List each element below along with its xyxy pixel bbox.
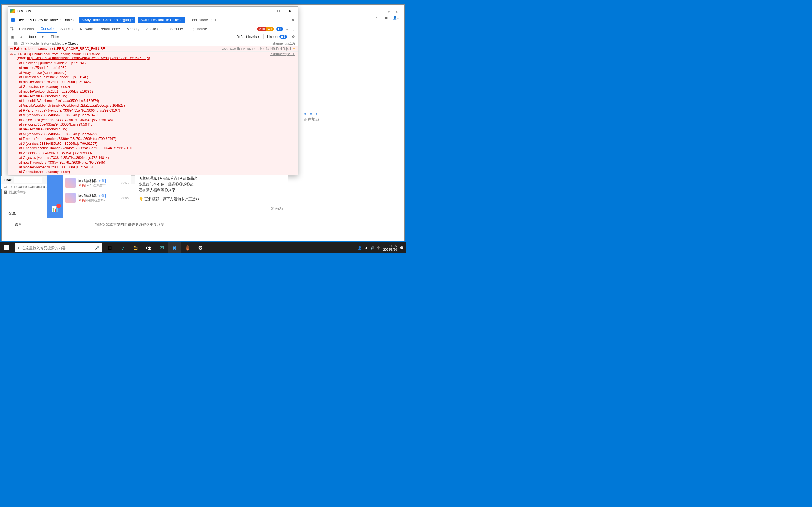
notice-text: DevTools is now available in Chinese!: [17, 18, 77, 22]
stats-icon[interactable]: 📊 6: [52, 205, 59, 212]
error-icon: [10, 47, 14, 51]
error-count-badge[interactable]: 10: [257, 27, 267, 31]
chat-content: ★超级满减 |★超级单品 |★超级品类 多重好礼享不停，叠券⑥⑨减⑧起 还有新人…: [135, 175, 288, 202]
app-icon-2[interactable]: 🏺: [181, 242, 194, 253]
chat-item[interactable]: test5福利群外部 [草稿]小程序全部05-… 09:55: [63, 190, 131, 205]
tray-up-icon[interactable]: ˄: [353, 246, 355, 250]
app-sidebar: 📊 6: [47, 175, 63, 218]
settings-icon[interactable]: ⚙: [194, 242, 207, 253]
store-icon[interactable]: 🛍: [142, 242, 155, 253]
console-toolbar: ▣ ⊘ top ▾ 👁 Default levels ▾ 1 Issue: ▮ …: [8, 33, 298, 41]
language-notice-bar: i DevTools is now available in Chinese! …: [8, 15, 298, 25]
chat-item[interactable]: test6福利群外部 [草稿] FC | 企鹅吉市 |… 09:55: [63, 175, 131, 190]
context-selector[interactable]: top ▾: [28, 35, 38, 39]
gear-icon[interactable]: ⚙: [284, 27, 290, 31]
switch-language-button[interactable]: Switch DevTools to Chinese: [138, 17, 185, 23]
chat-time: 09:55: [121, 181, 129, 184]
source-link[interactable]: instrument.js:109: [270, 52, 296, 60]
start-button[interactable]: [0, 242, 13, 253]
search-icon: ○: [17, 246, 19, 250]
devtools-window: DevTools — □ ✕ i DevTools is now availab…: [8, 6, 298, 175]
info-icon: i: [11, 18, 15, 22]
log-row: [INFO] >> Router history added 1 ▸ Objec…: [8, 41, 298, 46]
system-tray: ˄ 👤 🖧 🔊 中 18:56 2022/5/20 💬: [353, 244, 406, 251]
minimize-bg-icon[interactable]: —: [379, 10, 383, 14]
maximize-button[interactable]: □: [273, 7, 284, 15]
send-button[interactable]: 发送(S): [271, 206, 283, 211]
add-user-icon[interactable]: 👤₊: [393, 16, 399, 20]
devtools-tabs: Elements Console Sources Network Perform…: [8, 25, 298, 33]
devtools-title: DevTools: [17, 9, 262, 13]
avatar: [65, 193, 75, 203]
issues-button[interactable]: 1 Issue: ▮ 1: [266, 35, 287, 39]
filter-input[interactable]: [50, 34, 234, 40]
loading-indicator: • • • 正在加载: [304, 111, 319, 122]
devtools-titlebar[interactable]: DevTools — □ ✕: [8, 7, 298, 15]
network-icon[interactable]: 🖧: [364, 246, 368, 249]
notification-badge: 6: [56, 204, 61, 208]
warning-count-badge[interactable]: 1: [266, 27, 274, 31]
console-settings-icon[interactable]: ⚙: [290, 35, 297, 39]
devtools-app-icon: [10, 9, 15, 13]
volume-icon[interactable]: 🔊: [370, 246, 374, 250]
tab-memory[interactable]: Memory: [123, 25, 143, 33]
people-icon[interactable]: 👤: [358, 246, 362, 250]
keyboard-hint: 忽略短暂或重复的击键并更改键盘重复速率: [95, 222, 164, 227]
loading-text: 正在加载: [304, 117, 319, 122]
search-input[interactable]: [22, 246, 93, 250]
more-icon[interactable]: ⋯: [376, 16, 379, 20]
avatar: [65, 178, 75, 188]
notifications-icon[interactable]: 💬: [400, 246, 404, 250]
log-levels-selector[interactable]: Default levels ▾: [235, 35, 260, 39]
tab-network[interactable]: Network: [77, 25, 96, 33]
chat-time: 09:55: [121, 196, 129, 200]
task-view-icon[interactable]: ⊞: [103, 242, 116, 253]
match-language-button[interactable]: Always match Chrome's language: [79, 17, 135, 23]
mail-icon[interactable]: ✉: [155, 242, 168, 253]
more-menu-icon[interactable]: ⋮: [291, 27, 296, 31]
close-button[interactable]: ✕: [284, 7, 296, 15]
voice-section: 语音: [15, 222, 22, 227]
taskbar: ○ 🎤 ⊞ e 🗀 🛍 ✉ ◉ 🏺 ⚙ ˄ 👤 🖧 🔊 中 18:56 2022…: [0, 242, 406, 253]
subtitle-icon: 🅲: [4, 190, 7, 194]
tab-console[interactable]: Console: [37, 25, 57, 33]
error-icon: [10, 52, 14, 60]
minimize-button[interactable]: —: [262, 7, 273, 15]
notice-close-icon[interactable]: ✕: [291, 17, 295, 23]
tab-security[interactable]: Security: [167, 25, 186, 33]
console-output[interactable]: [INFO] >> Router history added 1 ▸ Objec…: [8, 41, 298, 175]
edge-icon[interactable]: e: [116, 242, 129, 253]
log-row: [ERROR] ChunkLoadError: Loading chunk 30…: [8, 52, 298, 61]
taskbar-search[interactable]: ○ 🎤: [15, 243, 102, 252]
ime-indicator[interactable]: 中: [377, 246, 380, 250]
tab-performance[interactable]: Performance: [96, 25, 123, 33]
screenshot-icon[interactable]: ▣: [385, 16, 388, 20]
app-icon-1[interactable]: ◉: [168, 242, 181, 253]
tab-elements[interactable]: Elements: [16, 25, 37, 33]
close-bg-icon[interactable]: ✕: [396, 10, 399, 14]
chat-list: test6福利群外部 [草稿] FC | 企鹅吉市 |… 09:55 test5…: [63, 175, 131, 205]
windows-logo-icon: [4, 245, 9, 250]
mic-icon[interactable]: 🎤: [95, 246, 99, 250]
log-row: Failed to load resource: net::ERR_CACHE_…: [8, 46, 298, 52]
inspect-icon[interactable]: [8, 25, 16, 33]
clock[interactable]: 18:56 2022/5/20: [383, 244, 397, 251]
explorer-icon[interactable]: 🗀: [129, 242, 142, 253]
tab-application[interactable]: Application: [143, 25, 167, 33]
filter-label: Filter:: [4, 178, 12, 182]
maximize-bg-icon[interactable]: □: [388, 10, 390, 14]
dont-show-button[interactable]: Don't show again: [188, 17, 220, 23]
interact-section: 交互: [8, 211, 16, 216]
loading-dots-icon: • • •: [304, 111, 319, 117]
tab-lighthouse[interactable]: Lighthouse: [186, 25, 210, 33]
source-link[interactable]: instrument.js:109: [270, 41, 296, 45]
live-expression-icon[interactable]: 👁: [39, 35, 46, 39]
tab-sources[interactable]: Sources: [57, 25, 77, 33]
clear-console-icon[interactable]: ⊘: [17, 35, 24, 39]
info-count-badge[interactable]: 1: [276, 27, 283, 31]
toggle-sidebar-icon[interactable]: ▣: [9, 35, 16, 39]
filter-field[interactable]: [14, 177, 42, 183]
source-link[interactable]: assets.weibanzhushou…9bd4a149d6e16f.js:1: [222, 47, 296, 51]
expand-icon[interactable]: [14, 52, 17, 60]
stack-trace: at Object.a.f.j (runtime.75abde2….js:2:1…: [8, 61, 298, 175]
